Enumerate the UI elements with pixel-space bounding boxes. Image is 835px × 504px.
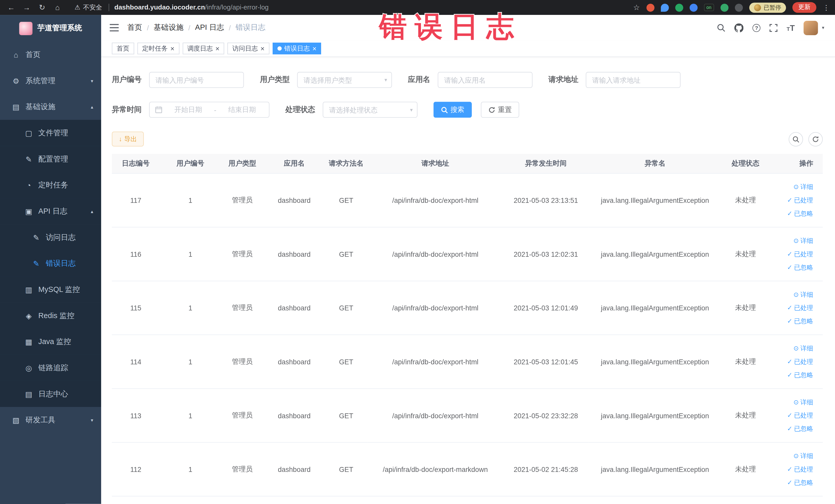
browser-update-button[interactable]: 更新 — [792, 2, 816, 13]
help-icon[interactable]: ? — [753, 24, 760, 32]
extension-icon-leaf[interactable] — [720, 3, 729, 11]
cell-status: 未处理 — [721, 173, 770, 227]
extension-icon-red[interactable] — [646, 3, 654, 11]
ignore-link-label: 已忽略 — [794, 425, 813, 432]
close-icon[interactable]: × — [170, 45, 175, 52]
reload-icon[interactable]: ↻ — [36, 3, 48, 12]
process-status-select[interactable] — [323, 102, 418, 118]
tab-error-log[interactable]: 错误日志× — [272, 43, 321, 55]
cell-exception-time: 2021-05-03 12:01:45 — [503, 335, 588, 389]
back-icon[interactable]: ← — [5, 3, 17, 12]
error-log-icon: ✎ — [30, 259, 42, 267]
app-logo[interactable]: 芋道管理系统 — [0, 15, 101, 42]
detail-link[interactable]: ⊙详细 — [773, 180, 813, 194]
avatar-caret-icon[interactable]: ▾ — [822, 25, 824, 31]
reset-button[interactable]: 重置 — [481, 102, 519, 118]
tab-home[interactable]: 首页 — [112, 43, 134, 55]
sidebar-item-label: 研发工具 — [26, 415, 56, 425]
search-icon[interactable] — [717, 23, 726, 32]
process-link[interactable]: ✓已处理 — [773, 247, 813, 261]
sidebar-item-file-management[interactable]: ▢ 文件管理 — [0, 120, 101, 146]
cell-app-name: dashboard — [264, 281, 325, 335]
export-button[interactable]: ↓ 导出 — [112, 132, 144, 146]
cell-actions: ⊙详细 ✓已处理 ✓已忽略 — [770, 388, 823, 442]
ignore-link[interactable]: ✓已忽略 — [773, 476, 813, 489]
sidebar-item-trace[interactable]: ◎ 链路追踪 — [0, 355, 101, 381]
user-type-select[interactable] — [297, 72, 392, 88]
browser-home-icon[interactable]: ⌂ — [52, 3, 63, 12]
extension-icon-grid[interactable] — [690, 3, 697, 11]
site-security[interactable]: ⚠ 不安全 — [75, 3, 102, 12]
extension-icon-green[interactable] — [675, 3, 683, 11]
extension-icon-paw[interactable] — [735, 3, 743, 11]
sidebar-item-error-log[interactable]: ✎ 错误日志 — [0, 250, 101, 277]
refresh-table-button[interactable] — [808, 132, 823, 146]
ignore-link[interactable]: ✓已忽略 — [773, 422, 813, 436]
tab-label: 首页 — [117, 44, 129, 53]
detail-link[interactable]: ⊙详细 — [773, 396, 813, 409]
font-size-icon[interactable]: TT — [787, 24, 795, 32]
detail-link[interactable]: ⊙详细 — [773, 288, 813, 301]
request-url-input[interactable] — [586, 72, 680, 88]
bookmark-star-icon[interactable]: ☆ — [633, 3, 640, 12]
extension-on-badge[interactable]: on — [704, 4, 714, 11]
process-link[interactable]: ✓已处理 — [773, 355, 813, 368]
breadcrumb-home[interactable]: 首页 — [127, 23, 142, 32]
range-separator: - — [214, 106, 217, 114]
github-icon[interactable] — [734, 23, 744, 32]
toggle-search-button[interactable] — [789, 132, 803, 146]
hamburger-icon[interactable] — [109, 24, 119, 31]
cell-user-id: 1 — [160, 281, 221, 335]
process-link[interactable]: ✓已处理 — [773, 409, 813, 422]
app-name-input[interactable] — [437, 72, 532, 88]
sidebar-item-access-log[interactable]: ✎ 访问日志 — [0, 224, 101, 250]
sidebar-item-infrastructure[interactable]: ▤ 基础设施 ▴ — [0, 94, 101, 120]
process-link[interactable]: ✓已处理 — [773, 301, 813, 315]
date-range-picker[interactable]: 开始日期 - 结束日期 — [149, 102, 269, 118]
tab-dispatch-log[interactable]: 调度日志× — [183, 43, 224, 55]
search-button[interactable]: 搜索 — [433, 102, 472, 118]
col-user-type: 用户类型 — [221, 154, 264, 174]
ignore-link[interactable]: ✓已忽略 — [773, 261, 813, 274]
detail-link[interactable]: ⊙详细 — [773, 342, 813, 355]
url-domain: dashboard.yudao.iocoder.cn — [115, 4, 205, 11]
ignore-link[interactable]: ✓已忽略 — [773, 368, 813, 382]
sidebar-item-java-monitor[interactable]: ▦ Java 监控 — [0, 329, 101, 355]
sidebar-item-mysql-monitor[interactable]: ▥ MySQL 监控 — [0, 277, 101, 303]
fullscreen-icon[interactable] — [770, 24, 777, 32]
cell-log-id: 117 — [112, 173, 160, 227]
close-icon[interactable]: × — [216, 45, 220, 52]
user-avatar[interactable] — [804, 21, 818, 35]
sidebar-item-home[interactable]: ⌂ 首页 — [0, 42, 101, 68]
breadcrumb-infrastructure[interactable]: 基础设施 — [154, 23, 184, 32]
sidebar-item-config-management[interactable]: ✎ 配置管理 — [0, 146, 101, 172]
forward-icon[interactable]: → — [21, 3, 33, 12]
sidebar-item-log-center[interactable]: ▤ 日志中心 — [0, 381, 101, 407]
tampermonkey-paused-badge[interactable]: 已暂停 — [749, 2, 786, 12]
extension-icon-drop[interactable] — [661, 3, 669, 11]
process-link[interactable]: ✓已处理 — [773, 194, 813, 207]
breadcrumb-separator: / — [147, 24, 149, 32]
sidebar-item-dev-tools[interactable]: ▧ 研发工具 ▾ — [0, 407, 101, 433]
sidebar-item-redis-monitor[interactable]: ◈ Redis 监控 — [0, 302, 101, 329]
tab-scheduled-tasks[interactable]: 定时任务× — [137, 43, 179, 55]
sidebar-item-scheduled-tasks[interactable]: ◔ 定时任务 — [0, 172, 101, 198]
browser-menu-icon[interactable]: ⋮ — [823, 3, 830, 11]
user-id-input[interactable] — [149, 72, 244, 88]
export-button-label: 导出 — [124, 135, 137, 143]
sidebar-item-api-log[interactable]: ▣ API 日志 ▴ — [0, 198, 101, 224]
close-icon[interactable]: × — [261, 45, 265, 52]
address-bar[interactable]: dashboard.yudao.iocoder.cn/infra/log/api… — [115, 4, 269, 11]
close-icon[interactable]: × — [312, 45, 317, 52]
app-title: 芋道管理系统 — [37, 23, 82, 33]
sidebar-item-system-management[interactable]: ⚙ 系统管理 ▾ — [0, 67, 101, 94]
process-status-label: 处理状态 — [285, 105, 315, 115]
detail-link[interactable]: ⊙详细 — [773, 449, 813, 463]
ignore-link[interactable]: ✓已忽略 — [773, 315, 813, 328]
ignore-link[interactable]: ✓已忽略 — [773, 207, 813, 220]
breadcrumb-api-log[interactable]: API 日志 — [195, 23, 224, 32]
process-link[interactable]: ✓已处理 — [773, 463, 813, 476]
tab-access-log[interactable]: 访问日志× — [227, 43, 269, 55]
sidebar-item-label: 文件管理 — [38, 128, 68, 138]
detail-link[interactable]: ⊙详细 — [773, 234, 813, 247]
